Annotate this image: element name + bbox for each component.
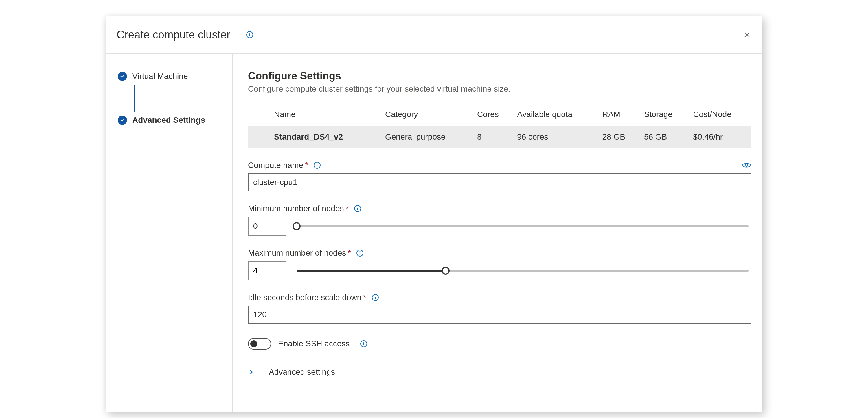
cell-cost: $0.46/hr — [689, 126, 751, 148]
check-icon — [118, 72, 127, 81]
max-nodes-slider[interactable] — [297, 270, 748, 272]
cell-name: Standard_DS4_v2 — [248, 126, 381, 148]
slider-thumb[interactable] — [441, 267, 450, 275]
col-storage: Storage — [640, 106, 689, 126]
configure-settings-panel: Configure Settings Configure compute clu… — [233, 54, 773, 412]
min-nodes-slider[interactable] — [297, 225, 748, 228]
nav-step-advanced-settings[interactable]: Advanced Settings — [118, 115, 232, 125]
cell-storage: 56 GB — [640, 126, 689, 148]
nav-step-virtual-machine[interactable]: Virtual Machine — [118, 72, 232, 81]
col-quota: Available quota — [513, 106, 598, 126]
cell-quota: 96 cores — [513, 126, 598, 148]
field-min-nodes: Minimum number of nodes * — [248, 204, 751, 236]
preview-icon[interactable] — [742, 162, 751, 168]
dialog-header: Create compute cluster — [105, 16, 763, 54]
min-nodes-label: Minimum number of nodes * — [248, 204, 361, 213]
col-name: Name — [248, 106, 381, 126]
create-compute-cluster-dialog: Create compute cluster — [105, 16, 763, 412]
slider-fill — [297, 270, 445, 272]
col-category: Category — [381, 106, 473, 126]
ssh-toggle-label: Enable SSH access — [278, 339, 349, 348]
check-icon — [118, 115, 127, 125]
dialog-title: Create compute cluster — [117, 29, 230, 41]
cell-category: General purpose — [381, 126, 473, 148]
min-nodes-input[interactable] — [248, 217, 286, 236]
field-max-nodes: Maximum number of nodes * — [248, 248, 751, 280]
field-idle-seconds: Idle seconds before scale down * — [248, 293, 751, 323]
nav-connector — [134, 85, 135, 111]
info-icon[interactable] — [356, 249, 364, 257]
svg-point-17 — [375, 295, 376, 297]
idle-seconds-label: Idle seconds before scale down * — [248, 293, 379, 302]
compute-name-input[interactable] — [248, 173, 751, 191]
svg-point-14 — [360, 251, 361, 252]
close-icon[interactable] — [743, 31, 751, 38]
svg-point-2 — [249, 33, 250, 34]
info-icon[interactable] — [313, 162, 321, 169]
toggle-knob — [250, 340, 257, 347]
field-compute-name: Compute name * — [248, 161, 751, 191]
info-icon[interactable] — [372, 294, 379, 301]
dialog-title-row: Create compute cluster — [117, 29, 253, 41]
max-nodes-input[interactable] — [248, 261, 286, 280]
cell-cores: 8 — [473, 126, 513, 148]
info-icon[interactable] — [354, 205, 361, 212]
info-icon[interactable] — [360, 340, 368, 348]
table-header-row: Name Category Cores Available quota RAM … — [248, 106, 751, 126]
required-marker: * — [348, 248, 351, 258]
svg-point-7 — [317, 163, 318, 164]
col-cost: Cost/Node — [689, 106, 751, 126]
section-title: Configure Settings — [248, 70, 751, 82]
col-cores: Cores — [473, 106, 513, 126]
required-marker: * — [345, 204, 349, 213]
svg-point-20 — [363, 342, 364, 343]
advanced-settings-label: Advanced settings — [260, 368, 335, 377]
required-marker: * — [363, 293, 366, 302]
max-nodes-label: Maximum number of nodes * — [248, 248, 364, 258]
nav-step-label: Virtual Machine — [132, 72, 188, 81]
col-ram: RAM — [598, 106, 640, 126]
wizard-nav: Virtual Machine Advanced Settings — [105, 54, 233, 412]
advanced-settings-expander[interactable]: Advanced settings — [248, 362, 751, 382]
vm-summary-table: Name Category Cores Available quota RAM … — [248, 106, 751, 148]
compute-name-label: Compute name * — [248, 161, 321, 170]
nav-step-label: Advanced Settings — [132, 115, 205, 125]
info-icon[interactable] — [246, 31, 253, 38]
table-row: Standard_DS4_v2 General purpose 8 96 cor… — [248, 126, 751, 148]
field-enable-ssh: Enable SSH access — [248, 338, 751, 350]
slider-thumb[interactable] — [292, 222, 301, 230]
chevron-right-icon — [248, 369, 254, 375]
idle-seconds-input[interactable] — [248, 306, 751, 323]
ssh-toggle[interactable] — [248, 338, 271, 350]
section-subtitle: Configure compute cluster settings for y… — [248, 84, 751, 94]
svg-point-8 — [745, 164, 748, 167]
cell-ram: 28 GB — [598, 126, 640, 148]
svg-point-11 — [357, 207, 358, 207]
required-marker: * — [305, 161, 308, 170]
